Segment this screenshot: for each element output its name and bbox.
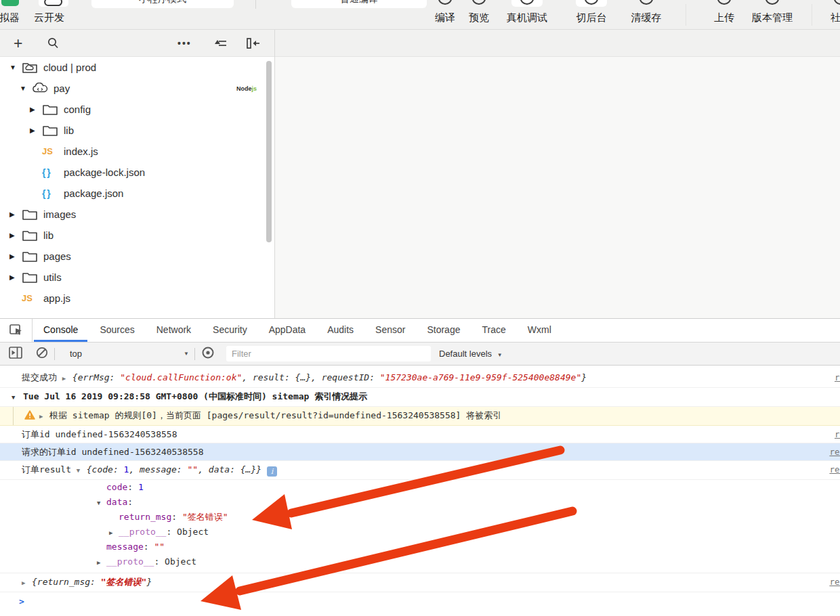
simulator-icon[interactable] bbox=[1, 0, 19, 6]
more-options-icon[interactable]: ••• bbox=[177, 30, 192, 57]
tree-caret-icon[interactable]: ▶ bbox=[30, 127, 42, 134]
expand-caret-icon[interactable]: ▶ bbox=[22, 575, 32, 592]
chevron-down-icon: ▼ bbox=[184, 351, 189, 357]
filter-input[interactable] bbox=[226, 346, 431, 361]
expand-caret-icon[interactable]: ▶ bbox=[97, 555, 106, 570]
toolbar-action-2[interactable]: 预览 bbox=[455, 0, 503, 30]
chevron-down-icon: ▼ bbox=[497, 352, 503, 358]
toolbar-action-3[interactable]: 真机调试 bbox=[503, 0, 551, 30]
expand-caret-icon[interactable]: ▼ bbox=[77, 462, 87, 479]
console-log-row: 订单id undefined-1563240538558re bbox=[0, 426, 840, 443]
compile-mode-dropdown[interactable]: 普通编译 bbox=[291, 0, 427, 8]
action-icon bbox=[438, 0, 453, 5]
tree-item-lib[interactable]: ▶lib bbox=[0, 225, 274, 246]
expand-caret-icon[interactable]: ▶ bbox=[39, 408, 49, 425]
tree-item-config[interactable]: ▶config bbox=[0, 99, 274, 120]
file-tree: ▼cloud | prod▼payNodejs▶config▶libJSinde… bbox=[0, 57, 274, 318]
tree-item-label: config bbox=[64, 104, 91, 115]
log-levels-dropdown[interactable]: Default levels ▼ bbox=[439, 349, 503, 359]
tree-caret-icon[interactable]: ▶ bbox=[9, 211, 22, 218]
tree-caret-icon[interactable]: ▼ bbox=[9, 64, 22, 71]
scrollbar-thumb[interactable] bbox=[266, 61, 272, 242]
tab-wxml[interactable]: Wxml bbox=[518, 319, 561, 342]
console-prompt[interactable]: > bbox=[0, 592, 840, 611]
tree-item-pay[interactable]: ▼payNodejs bbox=[0, 78, 274, 99]
expand-caret-icon[interactable]: ▶ bbox=[62, 370, 72, 387]
tab-sensor[interactable]: Sensor bbox=[366, 319, 415, 342]
devtools-tab-bar: ConsoleSourcesNetworkSecurityAppDataAudi… bbox=[0, 319, 840, 343]
tab-audits[interactable]: Audits bbox=[318, 319, 363, 342]
tree-item-index-js[interactable]: JSindex.js bbox=[0, 141, 274, 162]
tree-caret-icon[interactable]: ▶ bbox=[9, 273, 22, 281]
console-log-row: 请求的订单id undefined-1563240538558res bbox=[0, 443, 840, 461]
info-badge-icon[interactable]: i bbox=[267, 466, 277, 477]
add-file-icon[interactable]: + bbox=[14, 30, 22, 57]
source-link[interactable]: re bbox=[835, 426, 840, 443]
tree-item-label: cloud | prod bbox=[43, 62, 96, 73]
console-toolbar: top ▼ Default levels ▼ bbox=[0, 343, 840, 366]
console-object-property: ▼data: bbox=[0, 495, 840, 510]
simulator-toggle[interactable]: 模拟器 bbox=[0, 12, 20, 24]
console-object-property: message: "" bbox=[0, 540, 840, 554]
cloud-dev-icon[interactable] bbox=[39, 0, 68, 7]
expand-caret-icon[interactable]: ▼ bbox=[97, 496, 106, 510]
tree-caret-icon[interactable]: ▶ bbox=[9, 232, 22, 239]
context-dropdown-value: top bbox=[70, 349, 82, 359]
console-log-row: ▼Tue Jul 16 2019 09:28:58 GMT+0800 (中国标准… bbox=[0, 388, 840, 407]
tree-item-app-js[interactable]: JSapp.js bbox=[0, 288, 274, 309]
inspect-element-icon[interactable] bbox=[0, 319, 33, 342]
toolbar-action-7[interactable]: 版本管理 bbox=[749, 0, 796, 30]
tree-item-label: utils bbox=[43, 271, 62, 283]
source-link[interactable]: res bbox=[829, 573, 840, 590]
source-link[interactable]: re bbox=[835, 369, 840, 386]
source-link[interactable]: res bbox=[829, 443, 840, 460]
outline-icon[interactable] bbox=[213, 30, 228, 57]
folder-icon bbox=[22, 271, 38, 284]
json-file-icon: { } bbox=[42, 167, 50, 178]
clear-console-icon[interactable] bbox=[35, 346, 49, 362]
action-icon bbox=[834, 0, 840, 5]
expand-caret-icon[interactable]: ▶ bbox=[109, 525, 119, 540]
context-dropdown[interactable]: top ▼ bbox=[70, 349, 189, 359]
tree-item-package-json[interactable]: { }package.json bbox=[0, 183, 274, 204]
toolbar-separator bbox=[255, 0, 256, 9]
tab-console[interactable]: Console bbox=[34, 319, 87, 342]
action-icon bbox=[717, 0, 732, 5]
json-file-icon: { } bbox=[42, 188, 50, 199]
console-sidebar-icon[interactable] bbox=[8, 346, 23, 362]
tree-item-package-lock-json[interactable]: { }package-lock.json bbox=[0, 162, 274, 183]
cloud-dev-button[interactable]: 云开发 bbox=[34, 12, 64, 24]
tab-network[interactable]: Network bbox=[147, 319, 201, 342]
tab-sources[interactable]: Sources bbox=[90, 319, 144, 342]
collapse-panel-icon[interactable] bbox=[245, 30, 261, 57]
toolbar-action-6[interactable]: 上传 bbox=[700, 0, 748, 30]
tree-item-lib[interactable]: ▶lib bbox=[0, 120, 274, 141]
console-output: 提交成功 ▶{errMsg: "cloud.callFunction:ok", … bbox=[0, 366, 840, 611]
toolbar-action-8[interactable]: 社区 bbox=[817, 0, 840, 30]
toolbar-action-4[interactable]: 切后台 bbox=[568, 0, 615, 30]
tree-item-utils[interactable]: ▶utils bbox=[0, 267, 274, 288]
live-expression-icon[interactable] bbox=[201, 346, 215, 362]
tab-security[interactable]: Security bbox=[203, 319, 257, 342]
source-link[interactable]: res bbox=[829, 461, 840, 478]
tree-item-pages[interactable]: ▶pages bbox=[0, 246, 274, 267]
tree-item-cloud-prod[interactable]: ▼cloud | prod bbox=[0, 57, 274, 78]
action-icon bbox=[765, 0, 780, 5]
tree-caret-icon[interactable]: ▶ bbox=[30, 106, 42, 113]
tab-storage[interactable]: Storage bbox=[417, 319, 469, 342]
search-icon[interactable] bbox=[46, 30, 60, 57]
action-label: 清缓存 bbox=[631, 12, 662, 24]
toolbar-separator bbox=[194, 348, 195, 360]
mode-dropdown[interactable]: 小程序模式 bbox=[91, 0, 234, 8]
toolbar-separator bbox=[54, 348, 55, 360]
tab-trace[interactable]: Trace bbox=[472, 319, 515, 342]
cloud-function-icon bbox=[32, 83, 48, 94]
tree-caret-icon[interactable]: ▶ bbox=[9, 252, 22, 260]
panel-divider[interactable] bbox=[274, 30, 275, 318]
folder-icon bbox=[22, 208, 38, 221]
tree-item-images[interactable]: ▶images bbox=[0, 204, 274, 225]
tab-appdata[interactable]: AppData bbox=[259, 319, 315, 342]
tree-caret-icon[interactable]: ▼ bbox=[20, 85, 32, 92]
expand-caret-icon[interactable]: ▼ bbox=[12, 389, 23, 406]
toolbar-action-5[interactable]: 清缓存 bbox=[623, 0, 670, 30]
